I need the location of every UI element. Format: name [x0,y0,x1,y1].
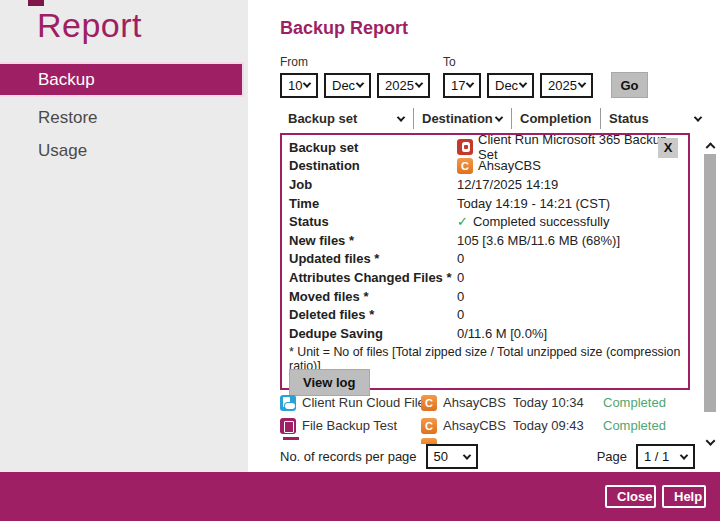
chevron-down-icon [356,79,364,87]
sidebar: Report Backup Restore Usage [0,0,248,472]
records-per-page-label: No. of records per page [280,449,417,464]
job-time: Today 10:34 [513,395,603,410]
detail-row: New files *105 [3.6 MB/11.6 MB (68%)] [282,231,688,250]
filter-completion-label: Completion [520,111,592,126]
destination-name: AhsayCBS [443,395,513,410]
chevron-down-icon [303,79,311,87]
backup-job-row[interactable]: Client Run Cloud File ... C AhsayCBS Tod… [280,391,703,414]
from-year-select[interactable]: 2025 [377,73,430,98]
detail-value: 105 [3.6 MB/11.6 MB (68%)] [457,233,620,248]
backup-set-name: Client Run Cloud File ... [302,395,421,410]
backup-detail-panel: X Backup setClient Run Microsoft 365 Bac… [280,133,690,390]
filter-destination[interactable]: Destination [413,108,511,129]
detail-row: Deleted files *0 [282,305,688,324]
detail-label: Backup set [282,140,457,155]
detail-row: Attributes Changed Files *0 [282,268,688,287]
pagination-bar: No. of records per page 50 Page 1 / 1 [280,444,695,469]
chevron-down-icon [694,113,702,121]
status-badge: Completed [603,418,703,433]
to-label: To [443,55,456,69]
detail-value: 0/11.6 M [0.0%] [457,326,547,341]
from-label: From [280,55,308,69]
detail-value: 12/17/2025 14:19 [457,177,558,192]
date-filter-row: 10 Dec 2025 17 Dec 2025 Go [280,72,648,98]
records-per-page-value: 50 [434,449,448,464]
detail-label: Attributes Changed Files * [282,270,457,285]
detail-value: 0 [457,270,464,285]
detail-row: Job12/17/2025 14:19 [282,175,688,194]
detail-label: New files * [282,233,457,248]
detail-row: Backup setClient Run Microsoft 365 Backu… [282,138,688,157]
scrollbar-thumb[interactable] [704,154,716,412]
chevron-down-icon [578,79,586,87]
backup-set-name: File Backup Test [302,418,421,433]
to-day-select[interactable]: 17 [443,73,481,98]
chevron-down-icon [397,113,405,121]
from-year-value: 2025 [385,78,414,93]
from-day-select[interactable]: 10 [280,73,318,98]
ahsaycbs-icon: C [457,158,473,174]
sidebar-item-restore[interactable]: Restore [0,101,244,134]
partial-next-row-icon [283,437,299,440]
sidebar-item-backup[interactable]: Backup [0,62,244,97]
detail-value: Completed successfully [473,214,610,229]
to-year-select[interactable]: 2025 [540,73,593,98]
app-window: Report Backup Restore Usage Backup Repor… [0,0,720,521]
column-filter-row: Backup set Destination Completion Status [280,107,710,130]
help-button[interactable]: Help [662,485,706,508]
detail-value: 0 [457,307,464,322]
check-icon: ✓ [457,214,468,229]
filter-destination-label: Destination [422,111,493,126]
detail-value: 0 [457,251,464,266]
detail-value: AhsayCBS [478,158,541,173]
unit-footnote: * Unit = No of files [Total zipped size … [282,345,688,363]
scroll-up-icon[interactable] [704,139,716,151]
filter-status[interactable]: Status [600,108,710,129]
sidebar-nav: Backup Restore Usage [0,62,244,167]
close-button[interactable]: Close [605,485,656,508]
records-per-page-select[interactable]: 50 [426,444,478,469]
page-select[interactable]: 1 / 1 [636,444,695,469]
scroll-down-icon[interactable] [704,434,716,446]
filter-backup-set[interactable]: Backup set [280,108,413,129]
detail-row: Status✓Completed successfully [282,212,688,231]
detail-row: Dedupe Saving0/11.6 M [0.0%] [282,324,688,343]
chevron-down-icon [462,451,470,459]
ahsaycbs-icon: C [421,418,437,434]
detail-label: Destination [282,158,457,173]
sidebar-title: Report [37,6,142,45]
detail-value: 0 [457,289,464,304]
destination-name: AhsayCBS [443,418,513,433]
detail-label: Deleted files * [282,307,457,322]
file-icon [280,418,296,434]
filter-backup-set-label: Backup set [288,111,357,126]
detail-label: Time [282,196,457,211]
cloud-file-icon [280,395,296,411]
to-month-select[interactable]: Dec [487,73,534,98]
from-month-select[interactable]: Dec [324,73,371,98]
job-time: Today 09:43 [513,418,603,433]
filter-status-label: Status [609,111,649,126]
chevron-down-icon [466,79,474,87]
to-year-value: 2025 [548,78,577,93]
detail-label: Dedupe Saving [282,326,457,341]
microsoft365-icon [457,139,473,155]
detail-label: Moved files * [282,289,457,304]
detail-label: Job [282,177,457,192]
go-button[interactable]: Go [611,72,648,98]
sidebar-item-usage[interactable]: Usage [0,134,244,167]
detail-label: Status [282,214,457,229]
page-label: Page [597,449,627,464]
chevron-down-icon [680,451,688,459]
close-detail-button[interactable]: X [658,138,678,158]
to-month-value: Dec [495,78,518,93]
detail-row: Updated files *0 [282,250,688,269]
ahsaycbs-icon: C [421,395,437,411]
filter-completion[interactable]: Completion [511,108,600,129]
status-badge: Completed [603,395,703,410]
detail-row: TimeToday 14:19 - 14:21 (CST) [282,194,688,213]
backup-job-row[interactable]: File Backup Test C AhsayCBS Today 09:43 … [280,414,703,437]
chevron-down-icon [495,113,503,121]
detail-label: Updated files * [282,251,457,266]
to-day-value: 17 [451,78,465,93]
